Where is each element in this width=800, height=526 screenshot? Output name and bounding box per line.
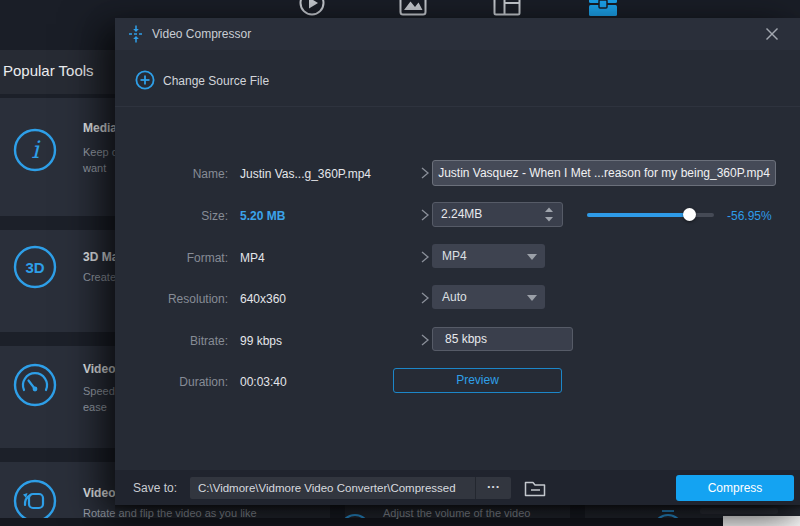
- compression-slider-thumb[interactable]: [683, 208, 696, 221]
- bitrate-label: Bitrate:: [148, 334, 228, 348]
- name-label: Name:: [148, 167, 228, 181]
- svg-text:3D: 3D: [25, 259, 44, 276]
- chevron-right-icon: [420, 208, 430, 222]
- tab-player-icon[interactable]: [297, 0, 327, 17]
- chevron-down-icon: [526, 294, 538, 302]
- app-root: Popular Tools i Media M Keep or want 3D …: [0, 0, 800, 526]
- compression-percent: -56.95%: [727, 209, 772, 223]
- change-source-file-button[interactable]: Change Source File: [163, 74, 269, 88]
- tab-toolbox-icon-active[interactable]: [586, 0, 620, 20]
- chevron-right-icon: [420, 333, 430, 347]
- close-icon[interactable]: [764, 26, 780, 42]
- format-label: Format:: [148, 251, 228, 265]
- size-stepper[interactable]: [543, 206, 555, 223]
- divider: [115, 106, 800, 107]
- duration-current-value: 00:03:40: [240, 375, 287, 389]
- save-path-input[interactable]: C:\Vidmore\Vidmore Video Converter\Compr…: [190, 477, 475, 499]
- tool-desc: ease: [83, 401, 107, 413]
- foreign-window-corner: [723, 516, 800, 526]
- compressor-icon: [127, 25, 145, 43]
- info-icon: i: [13, 128, 57, 172]
- speedometer-icon: [13, 363, 57, 407]
- resolution-current-value: 640x360: [240, 292, 286, 306]
- dialog-title: Video Compressor: [152, 27, 251, 41]
- size-current-value: 5.20 MB: [240, 209, 285, 223]
- chevron-down-icon: [526, 253, 538, 261]
- bitrate-input[interactable]: 85 kbps: [432, 327, 573, 351]
- compression-slider-fill: [587, 213, 690, 217]
- tool-desc: Create: [83, 271, 116, 283]
- open-folder-icon[interactable]: [523, 479, 547, 498]
- svg-text:i: i: [31, 136, 41, 164]
- add-circle-icon: [135, 70, 155, 90]
- browse-folder-button[interactable]: ···: [475, 477, 511, 499]
- save-to-label: Save to:: [133, 481, 177, 495]
- 3d-icon: 3D: [13, 245, 57, 289]
- preview-button[interactable]: Preview: [393, 368, 562, 393]
- bitrate-current-value: 99 kbps: [240, 334, 282, 348]
- tab-collage-icon[interactable]: [492, 0, 522, 17]
- chevron-right-icon: [420, 291, 430, 305]
- tab-mv-icon[interactable]: [398, 0, 428, 17]
- rotate-icon: [13, 479, 57, 523]
- popular-tools-title: Popular Tools: [3, 62, 94, 79]
- chevron-right-icon: [420, 166, 430, 180]
- footer-shadow: [115, 505, 800, 511]
- format-current-value: MP4: [240, 251, 265, 265]
- chevron-right-icon: [420, 250, 430, 264]
- tool-desc: want: [83, 162, 106, 174]
- name-current-value: Justin Vas...g_360P.mp4: [240, 167, 371, 181]
- bottom-edge: [0, 518, 800, 526]
- name-input[interactable]: Justin Vasquez - When I Met ...reason fo…: [432, 160, 776, 186]
- compress-button[interactable]: Compress: [676, 475, 794, 501]
- size-label: Size:: [148, 209, 228, 223]
- resolution-label: Resolution:: [148, 292, 228, 306]
- duration-label: Duration:: [148, 375, 228, 389]
